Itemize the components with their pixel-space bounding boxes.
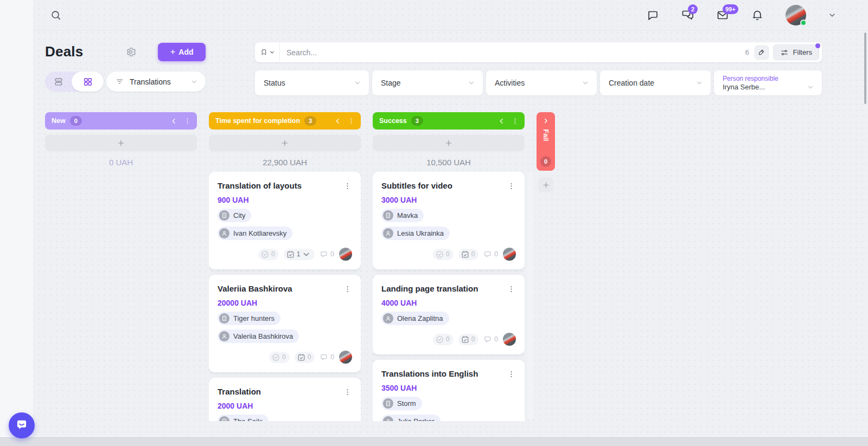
filter-stage[interactable]: Stage xyxy=(372,70,483,95)
tasks-counter[interactable]: 0 xyxy=(433,334,454,345)
add-stage-button[interactable] xyxy=(538,177,553,192)
building-icon xyxy=(219,210,229,221)
activities-counter[interactable]: 0 xyxy=(458,249,479,260)
search-icon[interactable] xyxy=(50,9,62,21)
deal-title: Landing page translation xyxy=(381,283,506,294)
activities-counter[interactable]: 1 xyxy=(284,249,315,260)
tasks-counter[interactable]: 0 xyxy=(433,249,454,260)
chevron-down-icon xyxy=(269,49,275,55)
activities-counter[interactable]: 0 xyxy=(295,352,315,363)
view-toggle xyxy=(45,72,104,92)
filter-value: Iryna Serbe... xyxy=(723,83,807,92)
filters-button[interactable]: Filters xyxy=(773,44,819,60)
deal-card[interactable]: Landing page translation 4000 UAH Olena … xyxy=(373,275,525,354)
column-header[interactable]: Success 3 xyxy=(373,112,525,130)
plus-icon: + xyxy=(170,47,175,57)
collapse-column-icon[interactable] xyxy=(334,117,342,125)
chevron-down-icon xyxy=(468,79,475,87)
deal-card[interactable]: Translation 2000 UAH The Sails xyxy=(209,378,361,421)
company-tag: City xyxy=(218,209,251,222)
column-count-badge: 0 xyxy=(70,116,82,126)
deal-card[interactable]: Translation of layouts 900 UAH City Ivan… xyxy=(209,172,361,269)
deal-card[interactable]: Subtitles for video 3000 UAH Mavka Lesia… xyxy=(373,172,525,269)
person-icon xyxy=(219,331,229,341)
column-name: Fail xyxy=(542,129,550,156)
filter-status[interactable]: Status xyxy=(255,70,369,95)
column-time-spent: Time spent for completion 3 22,900 UAH T… xyxy=(209,112,361,421)
card-menu-icon[interactable] xyxy=(506,369,516,379)
filter-label: Activities xyxy=(495,79,582,87)
deal-card[interactable]: Translations into English 3500 UAH Storm… xyxy=(373,360,525,421)
card-menu-icon[interactable] xyxy=(506,180,516,191)
company-tag: Mavka xyxy=(381,209,424,222)
collapse-column-icon[interactable] xyxy=(497,117,506,125)
chat-badge: 2 xyxy=(688,4,698,14)
message-icon[interactable] xyxy=(647,9,660,22)
collapse-column-icon[interactable] xyxy=(170,117,178,125)
online-status-dot xyxy=(800,20,807,26)
card-list: Subtitles for video 3000 UAH Mavka Lesia… xyxy=(373,172,525,421)
add-card-bar[interactable] xyxy=(45,135,197,151)
bell-icon[interactable] xyxy=(751,9,764,22)
column-menu-icon[interactable] xyxy=(347,117,355,125)
comments-counter[interactable]: 0 xyxy=(483,335,498,344)
activities-counter[interactable]: 0 xyxy=(458,334,479,345)
support-chat-widget[interactable] xyxy=(9,412,35,438)
deal-card[interactable]: Valeriia Bashkirova 20000 UAH Tiger hunt… xyxy=(209,275,361,372)
mail-icon[interactable]: 99+ xyxy=(716,9,729,22)
chevron-down-icon xyxy=(354,79,361,87)
chevron-down-icon[interactable] xyxy=(828,11,837,20)
filter-activities[interactable]: Activities xyxy=(486,70,597,95)
add-card-bar[interactable] xyxy=(373,135,525,151)
add-deal-button[interactable]: + Add xyxy=(158,43,206,61)
filter-label: Person responsible xyxy=(723,75,814,83)
assignee-avatar[interactable] xyxy=(503,333,516,346)
filter-creation-date[interactable]: Creation date xyxy=(600,70,711,95)
card-menu-icon[interactable] xyxy=(342,180,352,191)
add-card-bar[interactable] xyxy=(209,135,361,151)
card-menu-icon[interactable] xyxy=(342,386,352,397)
column-menu-icon[interactable] xyxy=(511,117,519,125)
filter-person-responsible[interactable]: Person responsible Iryna Serbe... xyxy=(714,70,822,95)
saved-searches-button[interactable] xyxy=(255,42,280,62)
comments-counter[interactable]: 0 xyxy=(483,250,498,259)
comments-counter[interactable]: 0 xyxy=(320,250,334,259)
column-name: Time spent for completion xyxy=(215,117,300,125)
list-view-icon[interactable] xyxy=(45,72,72,92)
contact-name: Julia Parker xyxy=(397,417,435,421)
column-count-badge: 0 xyxy=(540,156,551,167)
eraser-icon[interactable] xyxy=(755,46,769,60)
comments-counter[interactable]: 0 xyxy=(320,353,334,362)
pipeline-value: Translations xyxy=(130,77,185,86)
person-icon xyxy=(383,313,393,324)
person-icon xyxy=(383,228,393,238)
page-scrollbar[interactable] xyxy=(864,33,866,104)
assignee-avatar[interactable] xyxy=(339,351,352,364)
column-new: New 0 0 UAH xyxy=(45,112,197,421)
card-menu-icon[interactable] xyxy=(506,283,516,294)
bookmark-icon xyxy=(260,48,268,56)
group-chat-icon[interactable]: 2 xyxy=(681,9,694,22)
assignee-avatar[interactable] xyxy=(503,248,516,261)
column-menu-icon[interactable] xyxy=(183,117,192,125)
column-header[interactable]: New 0 xyxy=(45,112,197,130)
assignee-avatar[interactable] xyxy=(339,248,352,261)
add-button-label: Add xyxy=(178,48,193,56)
fail-column-pill[interactable]: Fail 0 xyxy=(537,112,555,171)
tasks-counter[interactable]: 0 xyxy=(269,352,290,363)
gear-icon[interactable] xyxy=(125,46,137,58)
column-scrollbar[interactable] xyxy=(527,172,534,420)
search-input[interactable] xyxy=(280,48,745,57)
topbar: 2 99+ xyxy=(0,0,868,30)
chevron-down-icon xyxy=(695,79,703,87)
calendar-icon xyxy=(461,335,470,344)
avatar[interactable] xyxy=(786,5,806,25)
pipeline-select[interactable]: Translations xyxy=(106,72,206,92)
card-menu-icon[interactable] xyxy=(342,283,352,294)
expand-column-icon xyxy=(542,117,550,125)
column-name: Success xyxy=(379,117,407,125)
column-header[interactable]: Time spent for completion 3 xyxy=(209,112,361,130)
tasks-counter[interactable]: 0 xyxy=(258,249,279,260)
deal-title: Valeriia Bashkirova xyxy=(218,283,342,294)
board-view-icon[interactable] xyxy=(72,72,104,92)
